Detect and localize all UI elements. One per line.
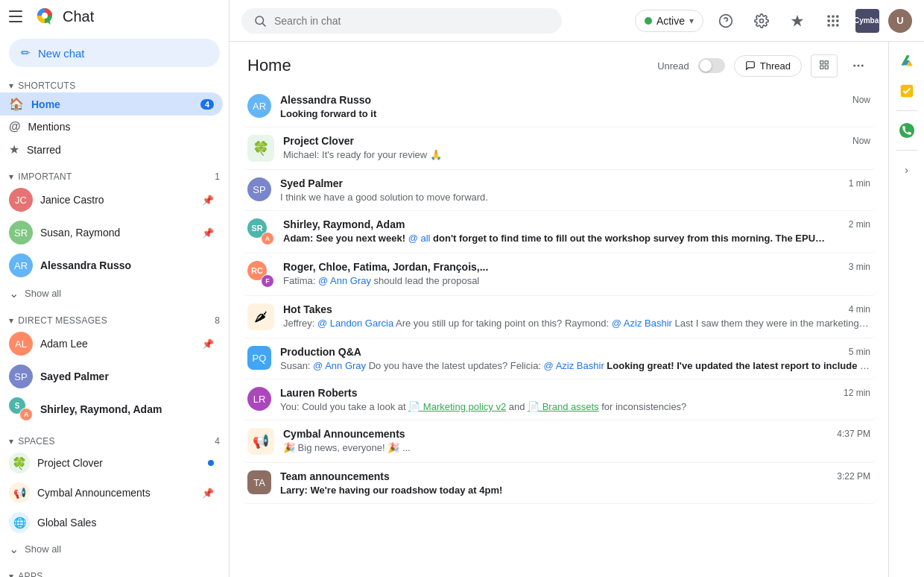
dm-section-header[interactable]: ▾ Direct Messages 8: [0, 311, 229, 327]
status-dot: [645, 17, 652, 25]
chat-row-roger-group[interactable]: RC F Roger, Chloe, Fatima, Jordan, Franç…: [241, 253, 876, 296]
more-options-button[interactable]: [847, 54, 870, 78]
chat-row-content: Production Q&A 5 min Susan: @ Ann Gray D…: [280, 346, 870, 371]
team-row-avatar: TA: [247, 470, 271, 494]
important-show-all[interactable]: ⌄ Show all: [0, 282, 229, 305]
apps-chevron-icon: ▾: [9, 571, 13, 577]
topbar: Active ▾: [230, 0, 924, 42]
chat-row-lauren[interactable]: LR Lauren Roberts 12 min You: Could you …: [241, 379, 876, 420]
sidebar-item-adam[interactable]: AL Adam Lee 📌: [0, 327, 223, 360]
apps-label: Apps: [18, 571, 42, 577]
view-button[interactable]: [811, 54, 838, 78]
dm-chevron-icon: ▾: [9, 315, 13, 326]
status-button[interactable]: Active ▾: [635, 10, 703, 32]
star-icon: ★: [9, 142, 19, 157]
svg-rect-10: [836, 15, 838, 17]
row-time: 3:22 PM: [837, 471, 870, 482]
shortcuts-section-header[interactable]: ▾ Shortcuts: [0, 76, 229, 92]
main-area: Active ▾: [230, 0, 924, 577]
hot-takes-row-icon: 🌶: [247, 303, 274, 330]
svg-point-21: [853, 65, 855, 67]
sidebar-top: Chat: [0, 0, 229, 33]
right-panel-phone-button[interactable]: [893, 117, 920, 144]
cymbal-row-icon: 📢: [247, 428, 274, 455]
new-chat-button[interactable]: ✏ New chat: [9, 39, 220, 67]
right-panel-expand-button[interactable]: ›: [893, 157, 920, 183]
spaces-show-all-label: Show all: [25, 543, 61, 555]
chat-row-cymbal-announcements[interactable]: 📢 Cymbal Announcements 4:37 PM 🎉 Big new…: [241, 420, 876, 463]
row-preview: You: Could you take a look at 📄 Marketin…: [280, 401, 870, 412]
sidebar-item-global-sales[interactable]: 🌐 Global Sales: [0, 508, 223, 537]
search-input[interactable]: [274, 15, 550, 27]
chat-row-content: Alessandra Russo Now Looking forward to …: [280, 94, 870, 119]
roger-group-row-avatar: RC F: [247, 261, 274, 288]
sidebar-item-susan[interactable]: SR Susan, Raymond 📌: [0, 216, 223, 249]
right-panel-drive-button[interactable]: [893, 48, 920, 75]
row-time: 4:37 PM: [837, 429, 870, 439]
row-sender: Shirley, Raymond, Adam: [283, 218, 405, 230]
sidebar-item-shirley[interactable]: S A Shirley, Raymond, Adam: [0, 393, 223, 426]
sparkle-button[interactable]: [784, 7, 811, 34]
chat-row-hot-takes[interactable]: 🌶 Hot Takes 4 min Jeffrey: @ Landon Garc…: [241, 296, 876, 338]
row-time: Now: [852, 136, 870, 146]
project-clover-icon: 🍀: [9, 453, 30, 473]
spaces-show-all[interactable]: ⌄ Show all: [0, 537, 229, 561]
row-preview: Michael: It's ready for your review 🙏: [283, 149, 870, 160]
chat-row-content: Hot Takes 4 min Jeffrey: @ Landon Garcia…: [283, 303, 870, 329]
chat-row-content: Roger, Chloe, Fatima, Jordan, François,.…: [283, 261, 870, 286]
sidebar-item-home[interactable]: 🏠 Home 4: [0, 92, 223, 116]
adam-label: Adam Lee: [40, 338, 88, 350]
apps-section-header[interactable]: ▾ Apps: [0, 567, 229, 577]
svg-rect-15: [832, 24, 834, 26]
global-sales-icon: 🌐: [9, 512, 30, 533]
sidebar-item-cymbal-announcements[interactable]: 📢 Cymbal Announcements 📌: [0, 478, 223, 508]
chat-row-project-clover[interactable]: 🍀 Project Clover Now Michael: It's ready…: [241, 127, 876, 170]
sidebar-item-sayed[interactable]: SP Sayed Palmer: [0, 360, 223, 393]
chat-row-team-announcements[interactable]: TA Team announcements 3:22 PM Larry: We'…: [241, 463, 876, 504]
unread-toggle[interactable]: [698, 58, 725, 73]
alessandra-label: Alessandra Russo: [40, 259, 131, 271]
janice-label: Janice Castro: [40, 194, 104, 206]
sidebar-mentions-label: Mentions: [28, 121, 71, 133]
shortcuts-label: Shortcuts: [18, 81, 75, 91]
row-sender: Syed Palmer: [280, 177, 343, 189]
cymbal-announcements-icon: 📢: [9, 482, 30, 503]
chat-row-alessandra[interactable]: AR Alessandra Russo Now Looking forward …: [241, 86, 876, 127]
sidebar-item-janice[interactable]: JC Janice Castro 📌: [0, 183, 223, 216]
settings-button[interactable]: [748, 7, 775, 34]
spaces-chevron-icon: ▾: [9, 436, 13, 447]
chat-row-syed[interactable]: SP Syed Palmer 1 min I think we have a g…: [241, 170, 876, 211]
spaces-section-header[interactable]: ▾ Spaces 4: [0, 432, 229, 448]
chat-row-production-qa[interactable]: PQ Production Q&A 5 min Susan: @ Ann Gra…: [241, 338, 876, 379]
right-panel-divider2: [896, 150, 917, 151]
help-button[interactable]: [712, 7, 739, 34]
sidebar-item-starred[interactable]: ★ Starred: [0, 138, 223, 161]
important-count: 1: [215, 171, 220, 182]
sidebar-item-alessandra[interactable]: AR Alessandra Russo: [0, 249, 223, 282]
svg-rect-12: [832, 19, 834, 22]
row-time: 5 min: [849, 347, 870, 357]
shirley-group-row-avatar: SR A: [247, 218, 274, 245]
user-avatar[interactable]: U: [888, 9, 912, 33]
chat-row-content: Team announcements 3:22 PM Larry: We're …: [280, 470, 870, 496]
sidebar-item-project-clover[interactable]: 🍀 Project Clover: [0, 448, 223, 478]
right-panel-tasks-button[interactable]: [893, 78, 920, 104]
chat-row-shirley-group[interactable]: SR A Shirley, Raymond, Adam 2 min Adam: …: [241, 211, 876, 253]
alessandra-russo-avatar: AR: [247, 94, 271, 118]
important-section-header[interactable]: ▾ Important 1: [0, 167, 229, 183]
svg-rect-19: [820, 66, 823, 69]
thread-button[interactable]: Thread: [734, 55, 802, 77]
home-header: Home Unread Thread: [230, 42, 888, 83]
sidebar-item-mentions[interactable]: @ Mentions: [0, 116, 223, 138]
company-logo[interactable]: Cymbal: [855, 9, 879, 33]
hamburger-icon[interactable]: [9, 7, 27, 25]
important-show-all-label: Show all: [25, 288, 61, 299]
apps-button[interactable]: [820, 7, 847, 34]
svg-rect-20: [825, 66, 828, 69]
chat-row-content: Syed Palmer 1 min I think we have a good…: [280, 177, 870, 203]
row-sender: Production Q&A: [280, 346, 361, 358]
susan-pin-icon: 📌: [202, 227, 214, 239]
spaces-label: Spaces: [18, 436, 55, 447]
thread-label: Thread: [760, 60, 791, 72]
susan-label: Susan, Raymond: [40, 227, 120, 239]
